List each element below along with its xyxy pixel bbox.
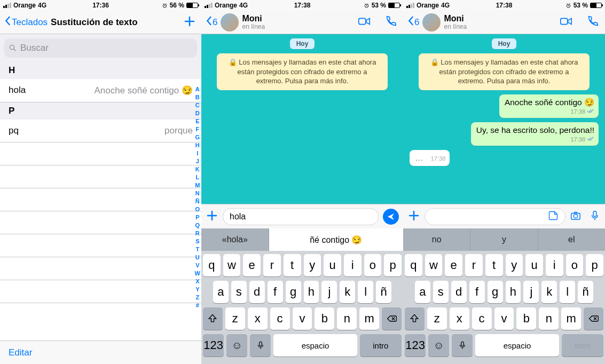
dictation-key[interactable] [250, 334, 271, 357]
key-i[interactable]: i [344, 254, 362, 276]
key-a[interactable]: a [213, 281, 229, 303]
key-l[interactable]: l [560, 281, 575, 303]
key-b[interactable]: b [315, 307, 334, 330]
key-f[interactable]: f [469, 281, 485, 303]
key-j[interactable]: j [321, 281, 337, 303]
key-z[interactable]: z [427, 307, 447, 330]
key-c[interactable]: c [270, 307, 290, 330]
key-u[interactable]: u [525, 254, 543, 276]
message-field[interactable] [425, 208, 565, 225]
key-d[interactable]: d [249, 281, 265, 303]
key-n[interactable]: n [539, 307, 559, 330]
emoji-key[interactable]: ☺ [226, 334, 247, 357]
key-o[interactable]: o [364, 254, 382, 276]
chat-body[interactable]: Hoy 🔒 Los mensajes y llamadas en este ch… [403, 34, 605, 204]
table-row[interactable]: pq porque [0, 120, 201, 143]
key-j[interactable]: j [523, 281, 539, 303]
avatar[interactable] [422, 13, 441, 31]
video-call-button[interactable] [357, 14, 371, 30]
key-k[interactable]: k [340, 281, 355, 303]
attach-button[interactable] [407, 209, 420, 224]
voice-call-button[interactable] [384, 14, 398, 30]
key-s[interactable]: s [231, 281, 247, 303]
suggestion[interactable]: y [470, 228, 538, 251]
message-out[interactable]: Uy, se ha escrito solo, perdona!! 17:38 [471, 122, 599, 146]
message-input[interactable] [230, 212, 372, 221]
mic-button[interactable] [589, 210, 601, 224]
search-input[interactable]: Buscar [4, 38, 197, 58]
key-f[interactable]: f [268, 281, 283, 303]
key-w[interactable]: w [425, 254, 443, 276]
key-b[interactable]: b [516, 307, 536, 330]
key-h[interactable]: h [506, 281, 521, 303]
chat-title[interactable]: Moni en línea [444, 14, 467, 30]
emoji-key[interactable]: ☺ [428, 334, 449, 357]
backspace-key[interactable] [584, 307, 603, 330]
key-s[interactable]: s [433, 281, 449, 303]
send-button[interactable] [383, 209, 399, 225]
key-p[interactable]: p [586, 254, 603, 276]
shift-key[interactable] [405, 307, 425, 330]
key-ñ[interactable]: ñ [376, 281, 391, 303]
key-m[interactable]: m [561, 307, 581, 330]
edit-button[interactable]: Editar [9, 347, 32, 358]
key-ñ[interactable]: ñ [578, 281, 593, 303]
key-n[interactable]: n [337, 307, 357, 330]
voice-call-button[interactable] [586, 14, 600, 30]
suggestion[interactable]: «hola» [201, 228, 269, 251]
key-h[interactable]: h [304, 281, 319, 303]
key-w[interactable]: w [223, 254, 241, 276]
key-r[interactable]: r [263, 254, 281, 276]
back-button[interactable]: 6 [407, 16, 419, 28]
key-q[interactable]: q [203, 254, 221, 276]
back-button[interactable]: Teclados [4, 16, 48, 28]
dictation-key[interactable] [452, 334, 473, 357]
space-key[interactable]: espacio [475, 334, 559, 357]
backspace-key[interactable] [382, 307, 402, 330]
space-key[interactable]: espacio [273, 334, 357, 357]
key-x[interactable]: x [450, 307, 469, 330]
message-out[interactable]: Anoche soñé contigo 😏 17:38 [499, 94, 599, 118]
video-call-button[interactable] [559, 14, 573, 30]
encryption-notice[interactable]: 🔒 Los mensajes y llamadas en este chat a… [419, 53, 590, 90]
back-button[interactable]: 6 [206, 16, 217, 28]
suggestion[interactable]: el [538, 228, 605, 251]
key-y[interactable]: y [506, 254, 523, 276]
message-input[interactable] [431, 212, 548, 221]
encryption-notice[interactable]: 🔒 Los mensajes y llamadas en este chat a… [217, 53, 388, 90]
key-k[interactable]: k [541, 281, 557, 303]
key-o[interactable]: o [566, 254, 584, 276]
message-in-typing[interactable]: … 17:38 [410, 150, 450, 166]
suggestion[interactable]: ñé contigo 😏 [269, 228, 403, 251]
key-y[interactable]: y [304, 254, 321, 276]
enter-key[interactable]: intro [562, 334, 603, 357]
key-d[interactable]: d [451, 281, 467, 303]
alpha-index[interactable]: ABCDEFGHIJKLMNÑOPQRSTUVWXYZ# [195, 85, 200, 310]
key-c[interactable]: c [472, 307, 492, 330]
key-u[interactable]: u [324, 254, 341, 276]
key-i[interactable]: i [546, 254, 563, 276]
numbers-key[interactable]: 123 [203, 334, 224, 357]
suggestion[interactable]: no [403, 228, 470, 251]
key-e[interactable]: e [445, 254, 462, 276]
table-row[interactable]: hola Anoche soñé contigo 😏 [0, 79, 201, 102]
chat-title[interactable]: Moni en línea [242, 14, 265, 30]
key-q[interactable]: q [405, 254, 422, 276]
shift-key[interactable] [203, 307, 223, 330]
key-t[interactable]: t [485, 254, 503, 276]
key-l[interactable]: l [358, 281, 373, 303]
key-e[interactable]: e [243, 254, 261, 276]
key-a[interactable]: a [415, 281, 430, 303]
key-t[interactable]: t [284, 254, 301, 276]
key-v[interactable]: v [494, 307, 514, 330]
key-x[interactable]: x [248, 307, 268, 330]
key-r[interactable]: r [465, 254, 483, 276]
avatar[interactable] [221, 13, 239, 31]
numbers-key[interactable]: 123 [405, 334, 426, 357]
key-v[interactable]: v [293, 307, 312, 330]
attach-button[interactable] [206, 209, 218, 224]
sticker-button[interactable] [548, 210, 559, 223]
enter-key[interactable]: intro [360, 334, 402, 357]
add-button[interactable] [183, 15, 196, 30]
key-p[interactable]: p [384, 254, 402, 276]
